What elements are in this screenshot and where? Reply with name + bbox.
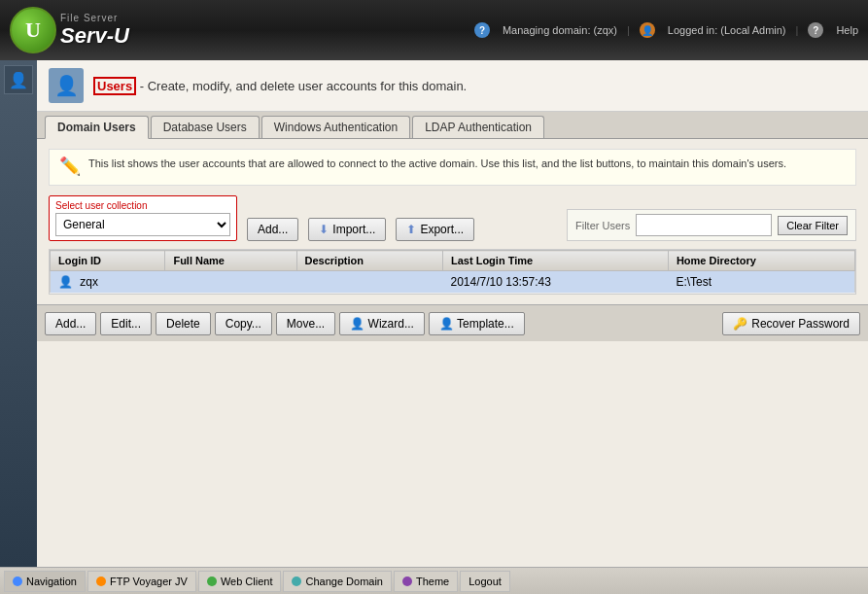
- page-title-bold: Users: [93, 77, 136, 95]
- help-icon[interactable]: ?: [808, 22, 823, 38]
- col-last-login[interactable]: Last Login Time: [443, 251, 669, 271]
- inner-content: ✏️ This list shows the user accounts tha…: [37, 139, 868, 304]
- tab-domain-users[interactable]: Domain Users: [45, 116, 149, 139]
- user-collection-select[interactable]: General All Users: [55, 213, 230, 236]
- status-bar: Navigation FTP Voyager JV Web Client Cha…: [0, 567, 868, 594]
- users-section-icon: 👤: [49, 68, 84, 103]
- web-status-icon: [207, 577, 217, 586]
- nav-status-label: Navigation: [26, 576, 77, 587]
- domain-status-label: Change Domain: [305, 576, 383, 587]
- user-row-icon: 👤: [58, 275, 73, 289]
- logo-fileserver-label: File Server: [60, 13, 129, 23]
- tab-ldap-auth[interactable]: LDAP Authentication: [412, 116, 544, 138]
- sep1: |: [627, 24, 630, 36]
- col-description[interactable]: Description: [296, 251, 443, 271]
- web-status-label: Web Client: [221, 576, 273, 587]
- export-icon: ⬆: [406, 223, 416, 236]
- left-nav: 👤: [0, 60, 37, 567]
- toolbar-copy-button[interactable]: Copy...: [215, 312, 272, 335]
- controls-row: Select user collection General All Users…: [49, 195, 856, 241]
- filter-group: Filter Users Clear Filter: [567, 209, 856, 241]
- logo-servu-label: Serv-U: [60, 23, 129, 49]
- managing-domain-text: Managing domain: (zqx): [503, 24, 617, 36]
- logged-in-icon: 👤: [640, 22, 655, 38]
- theme-status-icon: [402, 577, 412, 586]
- import-label: Import...: [332, 223, 375, 236]
- template-label: Template...: [457, 317, 514, 331]
- cell-full-name: [165, 271, 296, 294]
- info-text: This list shows the user accounts that a…: [88, 157, 786, 169]
- cell-last-login: 2014/7/10 13:57:43: [443, 271, 669, 294]
- template-icon: 👤: [439, 317, 454, 331]
- select-group: Select user collection General All Users: [49, 195, 237, 241]
- recover-label: Recover Password: [751, 317, 850, 331]
- toolbar-move-button[interactable]: Move...: [276, 312, 335, 335]
- ftp-status-label: FTP Voyager JV: [110, 576, 188, 587]
- logged-in-text: Logged in: (Local Admin): [668, 24, 786, 36]
- filter-label: Filter Users: [575, 220, 630, 231]
- logo-icon: U: [10, 7, 56, 53]
- toolbar-add-button[interactable]: Add...: [45, 312, 96, 335]
- cell-home-dir: E:\Test: [668, 271, 854, 294]
- toolbar-delete-button[interactable]: Delete: [156, 312, 211, 335]
- info-pencil-icon: ✏️: [59, 156, 81, 177]
- recover-icon: 🔑: [733, 317, 747, 331]
- info-box: ✏️ This list shows the user accounts tha…: [49, 149, 856, 186]
- content-area: 👤 Users - Create, modify, and delete use…: [37, 60, 868, 567]
- col-full-name[interactable]: Full Name: [165, 251, 296, 271]
- tabs-row: Domain Users Database Users Windows Auth…: [37, 112, 868, 139]
- toolbar-template-button[interactable]: 👤 Template...: [429, 312, 525, 335]
- col-home-dir[interactable]: Home Directory: [668, 251, 854, 271]
- tab-windows-auth[interactable]: Windows Authentication: [261, 116, 410, 138]
- domain-status-item[interactable]: Change Domain: [283, 571, 392, 592]
- page-title-rest: - Create, modify, and delete user accoun…: [136, 79, 467, 93]
- ftp-status-item[interactable]: FTP Voyager JV: [87, 571, 196, 592]
- logo-u-letter: U: [25, 17, 41, 43]
- managing-domain-icon: ?: [474, 22, 490, 38]
- cell-description: [296, 271, 443, 294]
- select-label: Select user collection: [55, 200, 230, 211]
- table-row[interactable]: 👤 zqx 2014/7/10 13:57:43 E:\Test: [51, 271, 855, 294]
- user-table-container: Login ID Full Name Description Last Logi…: [49, 249, 856, 295]
- col-login-id[interactable]: Login ID: [51, 251, 165, 271]
- logo-text: File Server Serv-U: [60, 13, 129, 49]
- clear-filter-button[interactable]: Clear Filter: [778, 216, 848, 235]
- toolbar-right: 🔑 Recover Password: [722, 312, 860, 335]
- bottom-toolbar: Add... Edit... Delete Copy... Move... 👤 …: [37, 304, 868, 341]
- help-link[interactable]: Help: [836, 24, 858, 36]
- wizard-label: Wizard...: [368, 317, 414, 331]
- tab-database-users[interactable]: Database Users: [151, 116, 260, 138]
- page-header: 👤 Users - Create, modify, and delete use…: [37, 60, 868, 112]
- user-table: Login ID Full Name Description Last Logi…: [50, 250, 855, 294]
- ftp-status-icon: [96, 577, 106, 586]
- filter-input[interactable]: [636, 214, 772, 236]
- export-button[interactable]: ⬆ Export...: [396, 218, 474, 241]
- recover-password-button[interactable]: 🔑 Recover Password: [722, 312, 860, 335]
- import-button[interactable]: ⬇ Import...: [308, 218, 386, 241]
- logo-area: U File Server Serv-U: [10, 7, 129, 53]
- theme-status-item[interactable]: Theme: [394, 571, 458, 592]
- wizard-icon: 👤: [350, 317, 365, 331]
- toolbar-wizard-button[interactable]: 👤 Wizard...: [339, 312, 425, 335]
- header-nav: ? Managing domain: (zqx) | 👤 Logged in: …: [474, 22, 858, 38]
- add-button[interactable]: Add...: [247, 218, 298, 241]
- domain-status-icon: [292, 577, 301, 586]
- page-title: Users - Create, modify, and delete user …: [93, 79, 467, 93]
- import-icon: ⬇: [319, 223, 329, 236]
- web-status-item[interactable]: Web Client: [198, 571, 282, 592]
- theme-status-label: Theme: [416, 576, 449, 587]
- main-layout: 👤 👤 Users - Create, modify, and delete u…: [0, 60, 868, 567]
- logout-status-item[interactable]: Logout: [460, 571, 510, 592]
- nav-status-item[interactable]: Navigation: [4, 571, 86, 592]
- sep2: |: [796, 24, 799, 36]
- toolbar-edit-button[interactable]: Edit...: [100, 312, 152, 335]
- logout-status-label: Logout: [469, 576, 502, 587]
- header: U File Server Serv-U ? Managing domain: …: [0, 0, 868, 60]
- left-nav-users[interactable]: 👤: [4, 65, 33, 94]
- table-header-row: Login ID Full Name Description Last Logi…: [51, 251, 855, 271]
- cell-login-id: 👤 zqx: [51, 271, 165, 294]
- export-label: Export...: [420, 223, 464, 236]
- nav-status-icon: [13, 577, 22, 586]
